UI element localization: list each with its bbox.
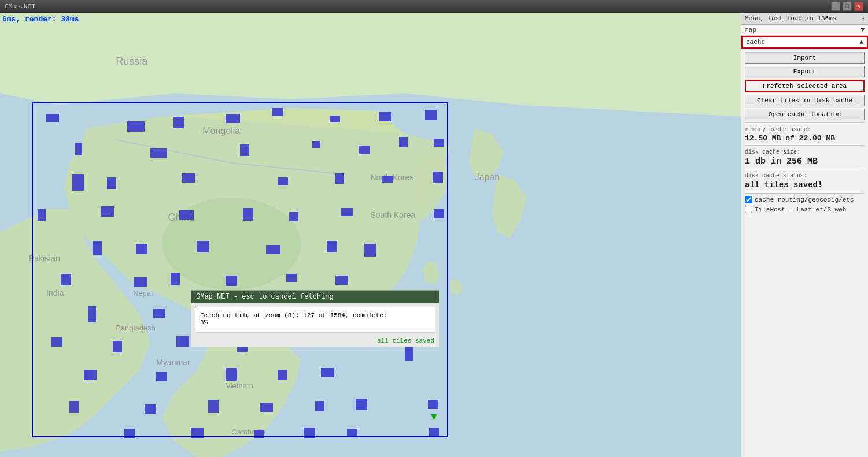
sidebar-cache-arrow: ▲	[859, 39, 863, 46]
tilehost-label: TileHost - LeafletJS web	[755, 206, 846, 213]
cache-routing-label: cache routing/geocodig/etc	[755, 196, 854, 203]
tilehost-checkbox[interactable]	[745, 206, 752, 213]
svg-text:Japan: Japan	[475, 172, 500, 182]
fetch-status-text: all tiles saved	[377, 337, 434, 344]
disk-cache-label: disk cache size:	[745, 149, 865, 155]
map-area[interactable]: Russia Mongolia China North Korea South …	[0, 13, 741, 457]
map-selection-rectangle	[32, 102, 448, 437]
open-cache-button[interactable]: Open cache location	[745, 109, 865, 120]
sidebar-divider-1	[745, 122, 865, 123]
sidebar-menu-label: Menu, last load in 136ms	[745, 15, 836, 22]
sidebar-menu-arrow: »	[861, 16, 865, 22]
minimize-button[interactable]: ─	[831, 2, 840, 11]
export-button[interactable]: Export	[745, 66, 865, 77]
disk-status-label: disk cache status:	[745, 173, 865, 179]
sidebar: Menu, last load in 136ms » map ▼ cache ▲…	[741, 13, 868, 457]
sidebar-buttons-section: Import Export Prefetch selected area Cle…	[741, 49, 868, 219]
map-status: 6ms, render: 38ms	[2, 15, 79, 24]
close-button[interactable]: ✕	[854, 2, 863, 11]
memory-cache-label: memory cache usage:	[745, 127, 865, 133]
fetch-dialog: GMap.NET - esc to cancel fetching Fetchi…	[191, 290, 439, 347]
fetch-dialog-title: GMap.NET - esc to cancel fetching	[191, 291, 439, 303]
fetch-dialog-status: all tiles saved	[191, 336, 439, 347]
window-controls: ─ □ ✕	[831, 2, 863, 11]
main-content: Russia Mongolia China North Korea South …	[0, 13, 868, 457]
sidebar-divider-2	[745, 145, 865, 146]
import-button[interactable]: Import	[745, 52, 865, 64]
sidebar-map-label: map	[745, 27, 756, 34]
titlebar-title: GMap.NET	[5, 3, 35, 10]
maximize-button[interactable]: □	[843, 2, 852, 11]
cache-routing-checkbox[interactable]	[745, 196, 752, 203]
titlebar: GMap.NET ─ □ ✕	[0, 0, 868, 13]
fetch-dialog-body: Fetching tile at zoom (8): 127 of 1584, …	[195, 307, 435, 333]
cache-routing-checkbox-row[interactable]: cache routing/geocodig/etc	[745, 196, 865, 203]
prefetch-button[interactable]: Prefetch selected area	[745, 80, 865, 92]
fetch-dialog-line2: 8%	[200, 319, 430, 326]
sidebar-map-arrow: ▼	[860, 27, 865, 34]
sidebar-divider-3	[745, 169, 865, 169]
disk-status-value: all tiles saved!	[745, 180, 865, 190]
clear-tiles-button[interactable]: Clear tiles in disk cache	[745, 95, 865, 106]
sidebar-cache-label: cache	[746, 39, 765, 46]
svg-text:Russia: Russia	[116, 55, 148, 67]
disk-cache-value: 1 db in 256 MB	[745, 157, 865, 166]
memory-cache-value: 12.50 MB of 22.00 MB	[745, 134, 865, 143]
map-arrow-marker: ▼	[431, 411, 437, 423]
sidebar-item-cache[interactable]: cache ▲	[741, 36, 868, 49]
fetch-dialog-line1: Fetching tile at zoom (8): 127 of 1584, …	[200, 312, 430, 319]
sidebar-divider-4	[745, 193, 865, 194]
sidebar-menu-header[interactable]: Menu, last load in 136ms »	[741, 13, 868, 25]
tilehost-checkbox-row[interactable]: TileHost - LeafletJS web	[745, 206, 865, 213]
sidebar-item-map[interactable]: map ▼	[741, 25, 868, 36]
